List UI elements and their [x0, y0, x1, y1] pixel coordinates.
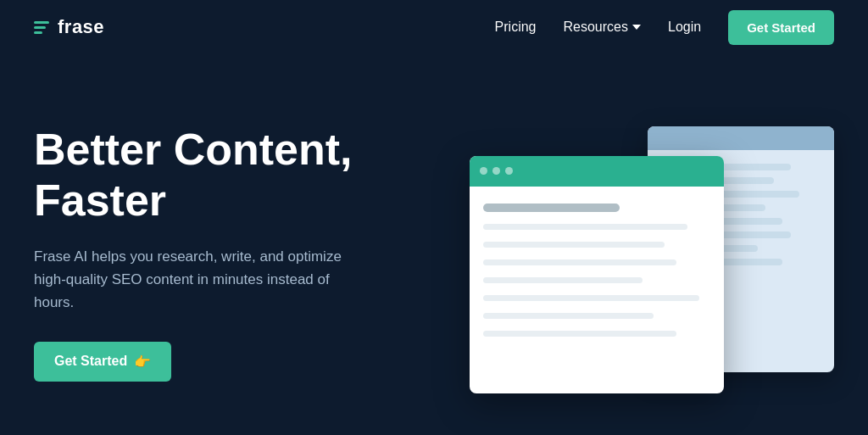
- pointing-emoji: 👉: [134, 354, 151, 370]
- hero-get-started-button[interactable]: Get Started 👉: [34, 342, 171, 382]
- hero-section: Better Content, Faster Frase AI helps yo…: [0, 54, 868, 435]
- text-line-3: [483, 259, 676, 265]
- navbar: frase Pricing Resources Login Get Starte…: [0, 0, 868, 54]
- nav-login[interactable]: Login: [668, 20, 701, 35]
- text-line-7: [483, 331, 676, 337]
- window-dot-2: [492, 167, 500, 175]
- window-dot-1: [480, 167, 487, 175]
- nav-resources[interactable]: Resources: [564, 20, 641, 35]
- window-front-header: [470, 156, 724, 187]
- hero-content: Better Content, Faster Frase AI helps yo…: [34, 125, 353, 381]
- window-front-body: [470, 187, 724, 354]
- illustration-window-front: [470, 156, 724, 393]
- hero-title: Better Content, Faster: [34, 125, 353, 226]
- content-bar: [483, 204, 620, 212]
- logo[interactable]: frase: [34, 16, 104, 38]
- nav-pricing[interactable]: Pricing: [495, 20, 537, 35]
- text-line-4: [483, 277, 643, 283]
- chevron-down-icon: [632, 25, 641, 30]
- hero-illustration: [470, 109, 834, 398]
- window-back-header: [648, 126, 834, 150]
- text-line-2: [483, 242, 665, 248]
- text-line-1: [483, 224, 687, 230]
- window-dot-3: [505, 167, 513, 175]
- nav-links: Pricing Resources Login Get Started: [495, 10, 834, 45]
- logo-icon: [34, 21, 49, 34]
- nav-get-started-button[interactable]: Get Started: [728, 10, 834, 45]
- text-line-6: [483, 313, 654, 319]
- hero-subtitle: Frase AI helps you research, write, and …: [34, 245, 348, 315]
- logo-text: frase: [58, 16, 104, 38]
- text-line-5: [483, 295, 699, 301]
